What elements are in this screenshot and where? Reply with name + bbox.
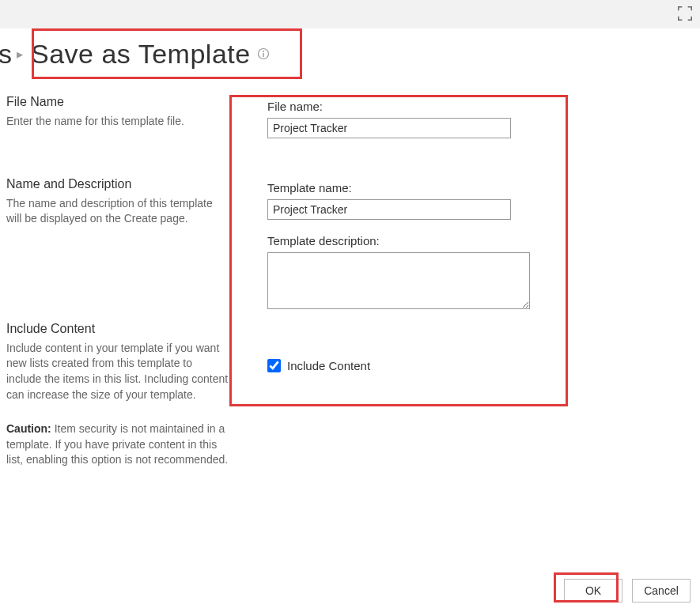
focus-mode-icon[interactable] [676,5,694,22]
info-icon[interactable] [257,47,270,60]
file-name-label: File name: [267,100,694,113]
file-name-input[interactable] [267,118,511,138]
include-content-label[interactable]: Include Content [287,359,370,372]
section-heading-filename: File Name [6,95,229,109]
cancel-button[interactable]: Cancel [632,579,691,603]
svg-point-1 [263,51,264,52]
left-column: File Name Enter the name for this templa… [6,95,244,487]
page-title: Save as Template [31,39,251,70]
chevron-right-icon: ▸ [17,47,23,62]
template-name-label: Template name: [267,181,694,195]
breadcrumb: s ▸ Save as Template [0,28,700,79]
ok-button[interactable]: OK [564,579,622,603]
svg-rect-2 [263,53,263,57]
section-desc-include: Include content in your template if you … [6,341,229,402]
breadcrumb-prev[interactable]: s [0,39,12,70]
right-column: File name: Template name: Template descr… [244,95,694,487]
template-desc-textarea[interactable] [267,252,530,309]
section-caution-include: Caution: Item security is not maintained… [6,421,229,468]
caution-label: Caution: [6,422,51,435]
top-bar [0,0,700,28]
template-name-input[interactable] [267,199,511,220]
section-heading-include: Include Content [6,322,229,336]
section-heading-namedesc: Name and Description [6,177,229,191]
include-content-checkbox[interactable] [267,359,281,372]
form-body: File Name Enter the name for this templa… [0,79,700,487]
section-desc-filename: Enter the name for this template file. [6,114,229,130]
button-row: OK Cancel [564,579,691,603]
section-desc-namedesc: The name and description of this templat… [6,196,229,227]
template-desc-label: Template description: [267,234,694,247]
